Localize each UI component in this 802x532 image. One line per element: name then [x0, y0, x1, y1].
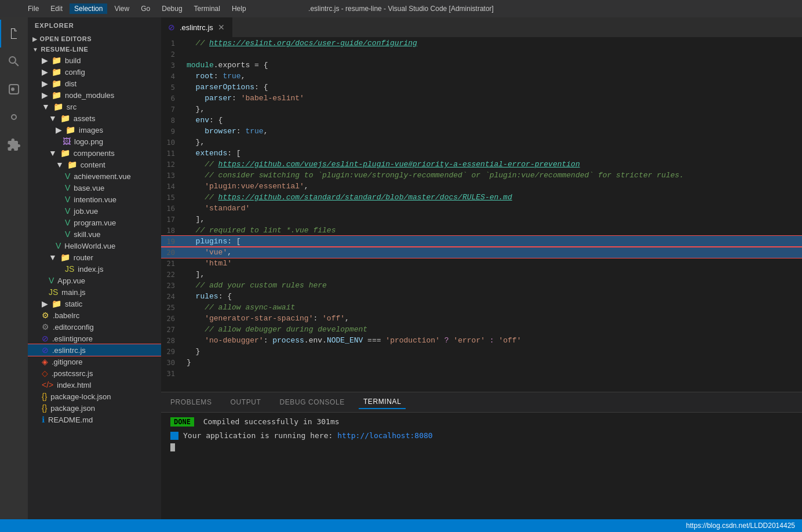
tree-program[interactable]: V program.vue	[28, 217, 161, 228]
tree-main-js[interactable]: JS main.js	[28, 286, 161, 298]
line-num-21: 21	[161, 260, 184, 268]
line-content-18: // required to lint *.vue files	[184, 226, 336, 235]
panel-tab-output[interactable]: OUTPUT	[226, 396, 266, 409]
status-bar: https://blog.csdn.net/LLDD2014425	[0, 519, 802, 532]
line-num-25: 25	[161, 304, 184, 312]
code-line-21: 21 'html'	[161, 258, 802, 269]
tab-close-button[interactable]: ✕	[218, 23, 225, 32]
src-label: src	[67, 103, 76, 111]
tree-editorconfig[interactable]: ⚙ .editorconfig	[28, 321, 161, 333]
intention-icon: V	[65, 195, 70, 204]
extensions-activity-icon[interactable]	[0, 131, 28, 159]
line-num-31: 31	[161, 370, 184, 378]
tree-babelrc[interactable]: ⚙ .babelrc	[28, 309, 161, 321]
line-num-24: 24	[161, 293, 184, 301]
tree-achievement[interactable]: V achievement.vue	[28, 170, 161, 182]
line-content-28: 'no-debugger': process.env.NODE_ENV === …	[184, 336, 521, 345]
line-content-29: }	[184, 347, 200, 356]
tree-src[interactable]: ▼ 📁 src	[28, 101, 161, 112]
tree-package[interactable]: {} package.json	[28, 402, 161, 414]
tree-components[interactable]: ▼ 📁 components	[28, 147, 161, 159]
tree-gitignore[interactable]: ◈ .gitignore	[28, 356, 161, 367]
menu-edit[interactable]: Edit	[46, 3, 67, 14]
app-vue-icon: V	[49, 276, 54, 285]
tree-intention[interactable]: V intention.vue	[28, 194, 161, 205]
code-line-5: 5 parserOptions: {	[161, 82, 802, 93]
line-content-19: plugins: [	[184, 237, 241, 246]
tree-router-index[interactable]: JS index.js	[28, 263, 161, 275]
tab-eslintrc[interactable]: ⊘ .eslintrc.js ✕	[161, 17, 232, 37]
code-line-23: 23 // add your custom rules here	[161, 280, 802, 291]
explorer-activity-icon[interactable]	[0, 20, 28, 48]
line-num-30: 30	[161, 359, 184, 367]
tree-logo-png[interactable]: 🖼 logo.png	[28, 136, 161, 147]
tree-package-lock[interactable]: {} package-lock.json	[28, 391, 161, 402]
code-line-1: 1 // https://eslint.org/docs/user-guide/…	[161, 38, 802, 49]
debug-activity-icon[interactable]	[0, 103, 28, 131]
panel-tab-debug-console[interactable]: DEBUG CONSOLE	[275, 396, 349, 409]
tree-app-vue[interactable]: V App.vue	[28, 275, 161, 286]
line-content-25: // allow async-await	[184, 303, 295, 312]
tree-build[interactable]: ▶ 📁 build	[28, 54, 161, 66]
tree-router[interactable]: ▼ 📁 router	[28, 252, 161, 263]
code-line-8: 8 env: {	[161, 115, 802, 126]
editorconfig-label: .editorconfig	[53, 323, 94, 331]
assets-chevron-icon: ▼	[49, 114, 57, 123]
resume-line-section[interactable]: ▼ RESUME-LINE	[28, 44, 161, 54]
main-js-icon: JS	[49, 287, 58, 297]
terminal-url: http://localhost:8080	[337, 431, 432, 440]
package-lock-label: package-lock.json	[50, 392, 111, 401]
resume-line-chevron: ▼	[32, 46, 38, 53]
tree-eslintrc[interactable]: ⊘ .eslintrc.js	[28, 344, 161, 356]
line-num-9: 9	[161, 127, 184, 136]
menu-view[interactable]: View	[110, 3, 134, 14]
logo-png-label: logo.png	[74, 137, 103, 146]
code-line-15: 15 // https://github.com/standard/standa…	[161, 192, 802, 203]
code-line-12: 12 // https://github.com/vuejs/eslint-pl…	[161, 159, 802, 170]
menu-selection[interactable]: Selection	[70, 3, 107, 14]
panel-tab-problems[interactable]: PROBLEMS	[166, 396, 217, 409]
line-content-3: module.exports = {	[184, 61, 268, 70]
menu-help[interactable]: Help	[227, 3, 251, 14]
tree-helloworld[interactable]: V HelloWorld.vue	[28, 240, 161, 252]
menu-debug[interactable]: Debug	[157, 3, 187, 14]
panel-tab-terminal[interactable]: TERMINAL	[359, 395, 406, 409]
terminal-cursor	[170, 443, 175, 451]
editor-content: 1 // https://eslint.org/docs/user-guide/…	[161, 38, 802, 392]
readme-icon: ℹ	[42, 415, 45, 424]
tree-eslintignore[interactable]: ⊘ .eslintignore	[28, 333, 161, 344]
tree-static[interactable]: ▶ 📁 static	[28, 298, 161, 309]
editor-scroll[interactable]: 1 // https://eslint.org/docs/user-guide/…	[161, 38, 802, 392]
gitignore-label: .gitignore	[52, 358, 82, 366]
tree-content[interactable]: ▼ 📁 content	[28, 159, 161, 170]
logo-png-icon: 🖼	[63, 137, 71, 146]
editorconfig-icon: ⚙	[42, 322, 49, 331]
tree-assets[interactable]: ▼ 📁 assets	[28, 112, 161, 124]
tree-job[interactable]: V job.vue	[28, 205, 161, 217]
tree-skill[interactable]: V skill.vue	[28, 228, 161, 240]
line-content-17: ],	[184, 215, 205, 224]
source-control-activity-icon[interactable]	[0, 75, 28, 103]
tree-config[interactable]: ▶ 📁 config	[28, 66, 161, 78]
static-label: static	[65, 300, 82, 308]
terminal-compiled-text: Compiled successfully in 301ms	[203, 417, 340, 426]
tree-readme[interactable]: ℹ README.md	[28, 414, 161, 425]
intention-label: intention.vue	[74, 195, 116, 204]
tree-base[interactable]: V base.vue	[28, 182, 161, 194]
line-num-1: 1	[161, 39, 184, 48]
activity-bar	[0, 17, 28, 519]
tree-postcssrc[interactable]: ◇ .postcssrc.js	[28, 367, 161, 379]
search-activity-icon[interactable]	[0, 48, 28, 75]
tree-index-html[interactable]: </> index.html	[28, 379, 161, 391]
open-editors-section[interactable]: ▶ OPEN EDITORS	[28, 34, 161, 44]
code-line-17: 17 ],	[161, 214, 802, 225]
line-content-26: 'generator-star-spacing': 'off',	[184, 314, 349, 323]
code-line-29: 29 }	[161, 346, 802, 357]
program-icon: V	[65, 218, 70, 227]
tree-dist[interactable]: ▶ 📁 dist	[28, 78, 161, 89]
menu-terminal[interactable]: Terminal	[189, 3, 225, 14]
tree-node-modules[interactable]: ▶ 📁 node_modules	[28, 89, 161, 101]
menu-go[interactable]: Go	[136, 3, 155, 14]
tree-images[interactable]: ▶ 📁 images	[28, 124, 161, 136]
menu-file[interactable]: File	[23, 3, 43, 14]
